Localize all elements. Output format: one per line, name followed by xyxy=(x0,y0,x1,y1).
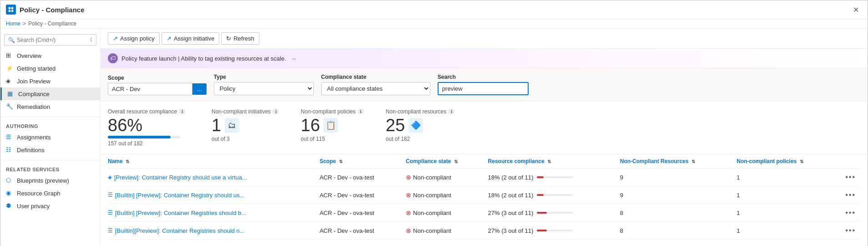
row-ellipsis-button[interactable]: ••• xyxy=(843,208,858,218)
breadcrumb-home[interactable]: Home xyxy=(6,20,20,27)
sidebar-item-join-preview[interactable]: ◈ Join Preview xyxy=(0,75,100,87)
search-input[interactable] xyxy=(17,37,87,43)
search-icon: 🔍 xyxy=(8,37,15,43)
resource-compliance-value: 18% (2 out of 11) xyxy=(488,174,534,181)
initiatives-info-icon[interactable]: ℹ xyxy=(273,108,279,115)
breadcrumb: Home > Policy - Compliance xyxy=(0,19,868,29)
row-ellipsis-button[interactable]: ••• xyxy=(843,226,858,236)
policy-link[interactable]: ☰ [Builtin] [Preview]: Container Registr… xyxy=(108,210,316,216)
preview-icon: ◈ xyxy=(6,77,13,85)
sidebar-item-user-privacy[interactable]: ⚉ User privacy xyxy=(0,200,100,212)
overall-compliance-info-icon[interactable]: ℹ xyxy=(179,108,185,115)
assign-initiative-icon: ↗ xyxy=(167,35,172,42)
cell-compliance-state: ⊗ Non-compliant xyxy=(406,204,488,222)
svg-rect-2 xyxy=(9,10,10,12)
cell-compliance-state: ⊗ Non-compliant xyxy=(406,222,488,240)
sort-icon-nc-resources: ⇅ xyxy=(691,159,695,164)
privacy-icon: ⚉ xyxy=(6,202,13,210)
sort-icon-resource: ⇅ xyxy=(547,159,551,164)
search-filter-label: Search xyxy=(438,74,529,80)
breadcrumb-sep: > xyxy=(23,20,26,27)
banner-text: Policy feature launch | Ability to tag e… xyxy=(121,55,286,62)
cell-name: ☰ [Builtin] [Preview]: Container Registr… xyxy=(108,204,319,222)
type-select[interactable]: Policy Initiative All xyxy=(214,82,314,95)
policy-link[interactable]: ☰ [Builtin][Preview]: Container Registri… xyxy=(108,227,316,234)
table-row: ◈ [Preview]: Container Registry should u… xyxy=(108,169,860,186)
cell-scope: ACR - Dev - ova-test xyxy=(319,186,406,204)
policy-link[interactable]: ◈ [Preview]: Container Registry should u… xyxy=(108,174,316,181)
row-type-icon: ☰ xyxy=(108,227,113,234)
svg-rect-1 xyxy=(11,7,13,9)
compliance-state-select[interactable]: All compliance states Compliant Non-comp… xyxy=(321,82,430,95)
resources-sub: out of 182 xyxy=(386,136,454,142)
sidebar-item-compliance[interactable]: ▦ Compliance xyxy=(0,87,100,100)
initiatives-value: 1 xyxy=(212,117,221,134)
cell-scope: ACR - Dev - ova-test xyxy=(319,222,406,240)
cell-actions: ••• xyxy=(841,169,860,186)
resource-compliance-value: 18% (2 out of 11) xyxy=(488,192,534,199)
svg-rect-0 xyxy=(9,7,10,9)
cell-non-compliant-resources: 9 xyxy=(620,186,737,204)
policies-label: Non-compliant policies xyxy=(301,108,356,115)
search-box[interactable]: 🔍 《 xyxy=(4,34,96,46)
search-filter-input[interactable] xyxy=(438,82,529,95)
sidebar-item-label: Resource Graph xyxy=(17,190,60,197)
error-icon: ⊗ xyxy=(406,174,411,181)
home-icon: ⊞ xyxy=(6,52,13,59)
assign-policy-button[interactable]: ↗ Assign policy xyxy=(108,32,160,45)
scope-filter-group: Scope ... xyxy=(108,75,207,95)
scope-picker-button[interactable]: ... xyxy=(192,83,207,95)
col-scope[interactable]: Scope ⇅ xyxy=(319,154,406,169)
policies-info-icon[interactable]: ℹ xyxy=(358,108,364,115)
refresh-button[interactable]: ↻ Refresh xyxy=(221,32,259,45)
type-label: Type xyxy=(214,74,314,80)
graph-icon: ◉ xyxy=(6,190,13,197)
banner-icon: 🏷 xyxy=(108,53,118,63)
policies-sub: out of 115 xyxy=(301,136,364,142)
policies-stat: Non-compliant policies ℹ 16 📋 out of 115 xyxy=(301,108,364,147)
assign-initiative-button[interactable]: ↗ Assign initiative xyxy=(161,32,220,45)
sidebar-item-overview[interactable]: ⊞ Overview xyxy=(0,49,100,62)
scope-input[interactable] xyxy=(108,83,192,95)
cell-non-compliant-policies: 1 xyxy=(737,169,841,186)
sidebar-item-definitions[interactable]: ☷ Definitions xyxy=(0,144,100,156)
cell-resource-compliance: 27% (3 out of 11) xyxy=(488,222,620,240)
overall-compliance-stat: Overall resource compliance ℹ 86% 157 ou… xyxy=(108,108,190,147)
close-button[interactable]: ✕ xyxy=(849,3,862,16)
authoring-section-label: Authoring xyxy=(0,121,100,131)
cell-actions: ••• xyxy=(841,222,860,240)
policy-link[interactable]: ☰ [Builtin] [Preview]: Container Registr… xyxy=(108,192,316,199)
feature-banner: 🏷 Policy feature launch | Ability to tag… xyxy=(101,49,868,68)
resources-label: Non-compliant resources xyxy=(386,108,446,115)
definitions-icon: ☷ xyxy=(6,146,13,154)
sidebar-item-assignments[interactable]: ☰ Assignments xyxy=(0,131,100,144)
row-type-icon: ◈ xyxy=(108,174,112,180)
col-non-compliant-policies[interactable]: Non-compliant policies ⇅ xyxy=(737,154,841,169)
banner-link[interactable]: → xyxy=(291,55,297,62)
sidebar-item-remediation[interactable]: 🔧 Remediation xyxy=(0,100,100,113)
initiatives-stat: Non-compliant initiatives ℹ 1 🗂 out of 3 xyxy=(212,108,279,147)
col-non-compliant-resources[interactable]: Non-Compliant Resources ⇅ xyxy=(620,154,737,169)
cell-non-compliant-resources: 8 xyxy=(620,222,737,240)
page-title: Policy - Compliance xyxy=(20,6,85,14)
sidebar-item-blueprints[interactable]: ⬡ Blueprints (preview) xyxy=(0,174,100,187)
resources-info-icon[interactable]: ℹ xyxy=(448,108,454,115)
row-ellipsis-button[interactable]: ••• xyxy=(843,190,858,200)
related-section-label: Related Services xyxy=(0,164,100,174)
type-filter-group: Type Policy Initiative All xyxy=(214,74,314,95)
stats-row: Overall resource compliance ℹ 86% 157 ou… xyxy=(101,101,868,154)
sidebar-item-getting-started[interactable]: ⚡ Getting started xyxy=(0,62,100,75)
col-resource-compliance[interactable]: Resource compliance ⇅ xyxy=(488,154,620,169)
overall-compliance-progress xyxy=(108,136,181,138)
row-ellipsis-button[interactable]: ••• xyxy=(843,172,858,182)
cell-non-compliant-policies: 1 xyxy=(737,204,841,222)
sidebar-item-label: Definitions xyxy=(17,147,45,154)
col-compliance-state[interactable]: Compliance state ⇅ xyxy=(406,154,488,169)
cell-actions: ••• xyxy=(841,204,860,222)
sidebar-item-resource-graph[interactable]: ◉ Resource Graph xyxy=(0,187,100,200)
sidebar-item-label: User privacy xyxy=(17,203,50,210)
col-name[interactable]: Name ⇅ xyxy=(108,154,319,169)
sort-icon-nc-policies: ⇅ xyxy=(800,159,803,164)
cell-resource-compliance: 18% (2 out of 11) xyxy=(488,186,620,204)
collapse-icon[interactable]: 《 xyxy=(87,36,92,43)
